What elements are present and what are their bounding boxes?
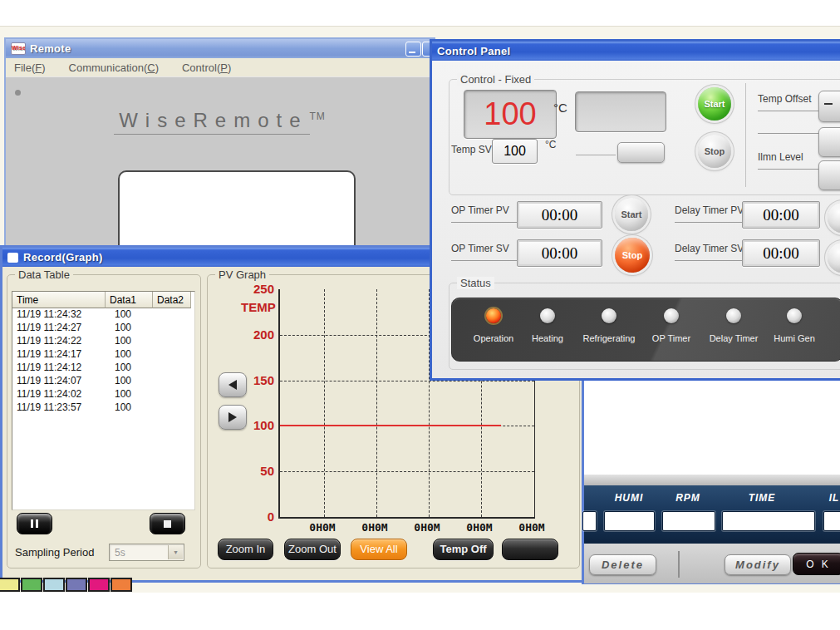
minus-icon [824, 103, 833, 105]
column-header-time[interactable]: Time [12, 292, 106, 308]
column-header-data2[interactable]: Data2 [153, 292, 191, 308]
device-input-field[interactable] [604, 511, 655, 531]
table-row[interactable]: 11/19 11:24:02100 [12, 388, 194, 401]
menu-item-control[interactable]: Control(P) [182, 62, 231, 74]
data-table[interactable]: TimeData1Data2 11/19 11:24:3210011/19 11… [12, 291, 195, 510]
status-dot [15, 90, 21, 96]
temp-sv-unit: °C [545, 139, 556, 150]
table-row[interactable]: 11/19 11:24:12100 [12, 362, 194, 375]
device-field-panel: HUMIRPMTIMEIL [584, 485, 840, 542]
device-input-field[interactable] [582, 511, 597, 531]
dropdown-arrow-icon[interactable]: ▼ [168, 545, 183, 559]
x-tick-label: 0H0M [305, 521, 340, 534]
column-header-data1[interactable]: Data1 [106, 292, 153, 308]
led-refrigerating [602, 308, 616, 323]
record-title: Record(Graph) [23, 251, 103, 263]
led-humi-gen [787, 308, 802, 323]
timer-stop-button[interactable]: Stop [615, 238, 650, 273]
y-axis-title: TEMP [241, 300, 274, 314]
device-label-rpm: RPM [675, 492, 700, 504]
control-panel-titlebar[interactable]: Control Panel [432, 42, 840, 61]
table-cell [153, 335, 191, 348]
table-cell: 100 [106, 375, 153, 388]
table-cell: 11/19 11:24:02 [12, 388, 106, 401]
minimize-button[interactable] [405, 42, 421, 57]
led-operation [486, 308, 501, 323]
data-table-group-label: Data Table [15, 268, 73, 281]
control-start-button[interactable]: Start [698, 87, 731, 121]
table-row[interactable]: 11/19 11:24:07100 [12, 375, 194, 388]
device-button-bar: Delete Modify O K [584, 542, 840, 583]
y-tick-label: 200 [241, 327, 274, 342]
color-swatch-row [0, 579, 130, 590]
remote-title: Remote [30, 42, 71, 55]
ilmn-button-partial[interactable] [818, 160, 840, 190]
x-tick-label: 0H0M [462, 521, 497, 534]
timer-start-button[interactable]: Start [615, 198, 648, 231]
ok-button[interactable]: O K [793, 553, 840, 575]
table-row[interactable]: 11/19 11:24:27100 [12, 322, 194, 335]
table-row[interactable]: 11/19 11:24:17100 [12, 348, 194, 362]
table-cell: 100 [106, 401, 153, 415]
delay-stop-button-partial[interactable] [828, 243, 840, 273]
table-cell [153, 375, 191, 388]
blank-set-button[interactable] [617, 142, 665, 163]
sampling-period-label: Sampling Period [15, 546, 94, 559]
menu-item-communication[interactable]: Communication(C) [69, 62, 159, 74]
table-row[interactable]: 11/19 11:24:22100 [12, 335, 194, 348]
pv-graph-group-label: PV Graph [215, 268, 269, 281]
pause-icon-bar [36, 519, 38, 528]
x-tick-label: 0H0M [410, 521, 445, 534]
ilmn-level-label: Ilmn Level [758, 151, 821, 170]
button-divider [678, 551, 680, 578]
color-swatch [45, 579, 63, 590]
modify-button[interactable]: Modify [725, 554, 791, 575]
y-tick-label: 50 [241, 464, 274, 478]
blank-button[interactable] [502, 539, 558, 560]
y-tick-label: 100 [241, 418, 274, 432]
pause-button[interactable] [17, 513, 52, 534]
device-input-field[interactable] [823, 511, 840, 531]
delay-start-button-partial[interactable] [828, 203, 840, 233]
color-swatch [0, 579, 18, 590]
device-dialog: HUMIRPMTIMEIL Delete Modify O K [582, 374, 840, 584]
op-timer-pv-value: 00:00 [542, 206, 577, 224]
delete-button[interactable]: Delete [589, 554, 656, 575]
stop-record-button[interactable] [150, 513, 185, 534]
device-label-humi: HUMI [615, 492, 644, 504]
temp-pv-unit: °C [553, 101, 567, 115]
table-row[interactable]: 11/19 11:23:57100 [12, 401, 194, 415]
vertical-divider [745, 83, 746, 187]
delay-timer-sv-display[interactable]: 00:00 [742, 239, 820, 267]
temp-sv-value: 100 [504, 144, 526, 159]
table-row[interactable]: 11/19 11:24:32100 [12, 308, 194, 322]
v-gridline [376, 289, 377, 517]
table-cell [153, 322, 191, 335]
temp-sv-input[interactable]: 100 [492, 139, 538, 164]
x-tick-label: 0H0M [514, 521, 549, 534]
delay-timer-sv-label: Delay Timer SV [675, 243, 751, 261]
menu-item-file[interactable]: File(F) [14, 62, 46, 74]
device-input-field[interactable] [662, 511, 715, 531]
op-timer-pv-display: 00:00 [517, 201, 602, 229]
screen: Wise Remote File(F)Communication(C)Contr… [0, 0, 840, 630]
device-input-field[interactable] [722, 511, 815, 531]
table-cell: 11/19 11:24:22 [12, 335, 106, 348]
view-all-button[interactable]: View All [351, 539, 407, 560]
table-cell: 11/19 11:24:12 [12, 362, 106, 375]
delay-timer-pv-display: 00:00 [742, 201, 820, 229]
mid-button-partial[interactable] [818, 127, 840, 157]
temp-off-button[interactable]: Temp Off [433, 539, 494, 560]
op-timer-sv-display[interactable]: 00:00 [517, 239, 602, 267]
brand-text: WiseRemote [114, 109, 309, 135]
zoom-in-button[interactable]: Zoom In [218, 539, 273, 560]
op-timer-pv-label: OP Timer PV [451, 204, 524, 223]
temp-offset-button-partial[interactable] [818, 91, 840, 122]
data-table-header: TimeData1Data2 [12, 292, 194, 308]
zoom-out-button[interactable]: Zoom Out [284, 539, 341, 560]
control-fixed-group-label: Control - Fixed [457, 73, 534, 86]
table-cell: 100 [106, 362, 153, 375]
control-stop-button[interactable]: Stop [698, 135, 731, 168]
sampling-period-select[interactable]: 5s ▼ [109, 544, 184, 561]
remote-titlebar[interactable]: Wise Remote [6, 39, 434, 58]
